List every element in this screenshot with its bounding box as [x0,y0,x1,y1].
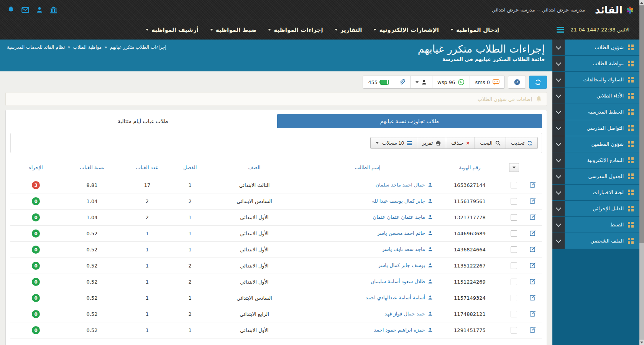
recipient-select-button[interactable] [410,76,432,88]
cell-absences: 17 [123,177,172,193]
sidebar-item-profile[interactable]: الملف الشخصي [552,233,639,249]
balance-counter-button[interactable]: 455 [363,76,394,88]
page-scrollbar[interactable] [639,0,644,345]
tab-consecutive-absence-days[interactable]: طلاب غياب أيام متتالية [10,114,276,128]
action-count-badge[interactable]: 0 [32,326,40,334]
student-name-link[interactable]: حاتم احمد محسن ياسر [377,230,433,236]
sidebar-item-school-plans[interactable]: الخطط المدرسية [552,104,639,120]
dashboard-gauge-button[interactable] [508,76,526,89]
cell-id: 1135122267 [435,258,504,274]
sidebar-item-student-performance[interactable]: الأداء الطلابي [552,88,639,104]
student-name-link[interactable]: يوسف جابر كمال ياسر [378,262,433,268]
action-count-badge[interactable]: 0 [32,262,40,270]
caret-down-icon [268,29,271,31]
nav-item-attendance-actions[interactable]: إجراءات المواظبة [268,26,323,33]
search-button[interactable]: البحث [475,137,506,149]
row-checkbox[interactable] [511,327,517,333]
row-checkbox[interactable] [511,214,517,221]
user-icon[interactable] [35,6,43,14]
sidebar-item-e-forms[interactable]: النماذج الإلكترونية [552,152,639,168]
sidebar-item-student-affairs[interactable]: شؤون الطلاب [552,40,639,55]
bell-icon[interactable] [7,6,15,14]
student-name-link[interactable]: ماجد عثمان عثمان عثمان [373,214,433,220]
student-name-link[interactable]: حمد جمال فواز فهد [384,311,433,317]
refresh-sync-button[interactable] [529,76,547,89]
row-checkbox[interactable] [511,246,517,253]
action-count-badge[interactable]: 0 [32,213,40,221]
brand-area[interactable]: القائد [595,5,634,15]
row-checkbox[interactable] [511,279,517,285]
cell-rate: 0.52 [61,242,123,258]
chevron-down-icon [552,72,565,87]
edit-icon[interactable] [530,230,536,236]
delete-button[interactable]: × حـذف [446,137,475,149]
edit-icon[interactable] [530,262,536,268]
student-name-link[interactable]: ماجد سعد نايف ياسر [382,246,432,252]
tab-absence-rate-exceeded[interactable]: طلاب تجاوزت نسبة غيابهم [277,114,542,128]
student-name-link[interactable]: جمال احمد ماجد سلمان [376,182,433,188]
nav-item-attendance-archive[interactable]: أرشيف المواظبة [146,26,198,33]
select-all-dropdown[interactable] [509,163,519,172]
sidebar-item-behavior[interactable]: السلوك والمخالفات [552,72,639,87]
attachment-button[interactable] [394,76,410,88]
row-checkbox[interactable] [511,198,517,205]
caret-down-icon [373,29,376,31]
edit-icon[interactable] [530,214,536,220]
nav-item-e-notifications[interactable]: الإشعارات الإلكترونية [373,26,439,33]
whatsapp-counter-button[interactable]: wsp 96 [432,76,470,88]
nav-item-attendance-settings[interactable]: ضبط المواظبة [210,26,257,33]
student-name-link[interactable]: حمزة ابراهيم حمود احمد [374,327,432,333]
nav-item-attendance-entry[interactable]: إدخال المواظبة [450,26,499,33]
sidebar-item-exams-committee[interactable]: لجنة الاختبارات [552,185,639,200]
action-count-badge[interactable]: 0 [32,294,40,302]
row-checkbox[interactable] [511,295,517,301]
datetime-label: الاثنين 22:38 1447-04-21 [570,27,629,33]
school-bank-icon[interactable] [49,6,58,14]
chevron-down-icon [552,168,565,184]
action-count-badge[interactable]: 0 [32,310,40,318]
edit-icon[interactable] [530,327,536,333]
action-count-badge[interactable]: 0 [32,229,40,238]
mail-icon[interactable] [21,6,29,14]
report-button[interactable]: تقرير [417,137,446,149]
row-checkbox[interactable] [511,311,517,317]
row-checkbox[interactable] [511,230,517,237]
edit-icon[interactable] [530,294,536,300]
breadcrumb-section[interactable]: مواظبة الطلاب [73,45,102,50]
cell-rate: 8.81 [61,177,123,193]
row-checkbox[interactable] [511,262,517,269]
edit-icon[interactable] [530,182,536,188]
action-count-badge[interactable]: 3 [32,181,40,189]
sidebar-item-school-schedule[interactable]: الجدول المدرسي [552,168,639,184]
sidebar-item-teacher-affairs[interactable]: شؤون المعلمين [552,136,639,152]
breadcrumb-root[interactable]: نظام القائد للخدمات المدرسية [7,45,65,50]
col-select [504,158,523,177]
caret-down-icon [210,29,213,31]
action-count-badge[interactable]: 0 [32,246,40,254]
table-row: 1156179561 جابر كمال يوسف عبدا لله الساد… [10,193,542,210]
scrollbar-thumb[interactable] [639,5,644,243]
cell-class: 1 [172,290,209,306]
student-name-link[interactable]: أسامة أسامة عبدالهادي احمد [366,295,433,300]
table-row: 1436824664 ماجد سعد نايف ياسر الأول الاب… [10,242,542,258]
edit-icon[interactable] [530,246,536,252]
action-count-badge[interactable]: 0 [32,197,40,205]
refresh-button[interactable]: تحديث [506,137,538,149]
sms-counter-button[interactable]: sms 0 [470,76,504,88]
records-per-page-dropdown[interactable]: 10 سجلات [370,137,417,149]
sidebar-item-settings[interactable]: الضبط [552,217,639,233]
sidebar-item-school-communication[interactable]: التواصل المدرسي [552,120,639,136]
sidebar-item-procedural-guide[interactable]: الدليل الإجرائي [552,201,639,216]
scroll-down-button[interactable] [639,340,644,345]
action-count-badge[interactable]: 0 [32,278,40,286]
student-name-link[interactable]: طلال سعود أسامة سليمان [371,279,433,284]
scroll-up-button[interactable] [639,0,644,5]
edit-icon[interactable] [530,278,536,284]
row-checkbox[interactable] [511,182,517,188]
student-name-link[interactable]: جابر كمال يوسف عبدا لله [372,198,432,204]
nav-item-reports[interactable]: التقارير [335,26,362,33]
hamburger-menu-icon[interactable] [557,26,564,34]
sidebar-item-student-attendance[interactable]: مواظبة الطلاب [552,56,639,71]
edit-icon[interactable] [530,198,536,204]
edit-icon[interactable] [530,310,536,317]
